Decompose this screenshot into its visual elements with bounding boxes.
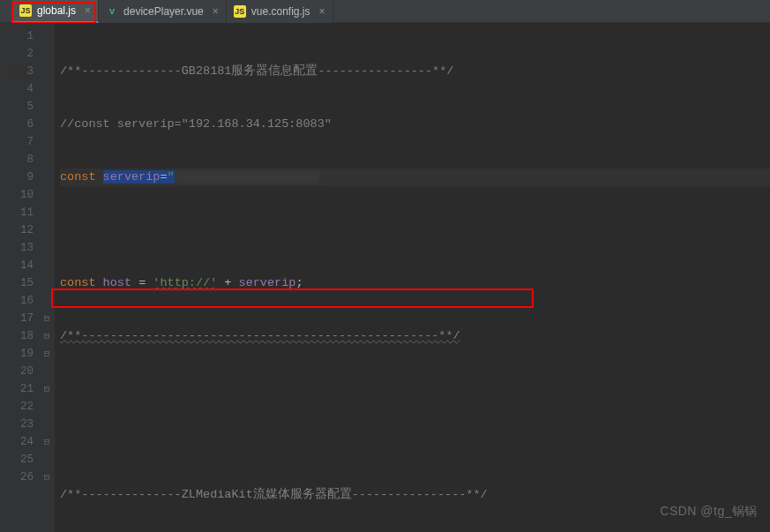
line-number: 2 [12, 45, 34, 63]
line-number-gutter: 1234567891011121314151617181920212223242… [12, 23, 39, 532]
line-number: 7 [12, 133, 34, 151]
fold-marker[interactable] [39, 169, 55, 186]
line-number: 1 [12, 27, 34, 45]
fold-marker[interactable] [39, 398, 55, 416]
fold-marker[interactable] [39, 98, 55, 116]
line-number: 19 [12, 345, 34, 363]
line-number: 15 [12, 274, 34, 292]
fold-marker[interactable] [39, 416, 55, 433]
fold-marker[interactable] [39, 451, 55, 468]
fold-marker[interactable] [39, 63, 55, 80]
fold-marker[interactable] [39, 257, 55, 274]
line-number: 10 [12, 186, 34, 204]
line-number: 17 [12, 310, 34, 327]
vue-icon: V [106, 5, 118, 18]
fold-marker[interactable] [39, 221, 55, 239]
close-icon[interactable]: × [213, 5, 219, 18]
tab-label: vue.config.js [251, 5, 310, 18]
fold-marker[interactable] [39, 27, 55, 45]
tab-bar: JS global.js × V devicePlayer.vue × JS v… [0, 0, 770, 23]
watermark: CSDN @tg_锅锅 [660, 504, 758, 520]
line-number: 4 [12, 80, 34, 98]
fold-marker[interactable] [39, 204, 55, 221]
fold-marker[interactable] [39, 80, 55, 98]
fold-marker[interactable] [39, 239, 55, 257]
fold-marker[interactable] [39, 292, 55, 310]
fold-marker[interactable]: ⊟ [39, 327, 55, 345]
fold-marker[interactable] [39, 186, 55, 204]
line-number: 14 [12, 257, 34, 274]
close-icon[interactable]: × [85, 4, 91, 17]
line-number: 21 [12, 380, 34, 398]
line-number: 9 [12, 169, 34, 186]
fold-marker[interactable]: ⊟ [39, 468, 55, 486]
code-editor[interactable]: 1234567891011121314151617181920212223242… [0, 23, 770, 532]
line-number: 18 [12, 327, 34, 345]
line-number: 22 [12, 398, 34, 416]
close-icon[interactable]: × [319, 5, 325, 18]
line-number: 6 [12, 116, 34, 133]
line-number: 20 [12, 363, 34, 380]
line-number: 16 [12, 292, 34, 310]
fold-marker[interactable] [39, 151, 55, 169]
line-number: 23 [12, 416, 34, 433]
tab-label: devicePlayer.vue [123, 5, 204, 18]
js-icon: JS [234, 5, 246, 18]
fold-marker[interactable] [39, 45, 55, 63]
line-number: 11 [12, 204, 34, 221]
code-area[interactable]: /**--------------GB28181服务器信息配置---------… [55, 23, 770, 532]
js-icon: JS [19, 4, 32, 17]
line-number: 5 [12, 98, 34, 116]
line-number: 13 [12, 239, 34, 257]
fold-marker[interactable] [39, 133, 55, 151]
line-number: 8 [12, 151, 34, 169]
fold-gutter: ⊟⊟⊟⊟⊟⊟ [39, 23, 55, 532]
fold-marker[interactable] [39, 274, 55, 292]
line-number: 3 [12, 63, 34, 80]
line-number: 26 [12, 468, 34, 486]
line-number: 24 [12, 433, 34, 451]
fold-marker[interactable] [39, 116, 55, 133]
fold-marker[interactable]: ⊟ [39, 380, 55, 398]
tab-label: global.js [37, 4, 76, 17]
tab-deviceplayer[interactable]: V devicePlayer.vue × [99, 0, 227, 23]
gutter-margin [0, 23, 12, 532]
line-number: 12 [12, 221, 34, 239]
fold-marker[interactable] [39, 363, 55, 380]
tab-global-js[interactable]: JS global.js × [12, 0, 99, 23]
fold-marker[interactable]: ⊟ [39, 345, 55, 363]
tab-vueconfig[interactable]: JS vue.config.js × [227, 0, 333, 23]
fold-marker[interactable]: ⊟ [39, 310, 55, 327]
fold-marker[interactable]: ⊟ [39, 433, 55, 451]
line-number: 25 [12, 451, 34, 468]
